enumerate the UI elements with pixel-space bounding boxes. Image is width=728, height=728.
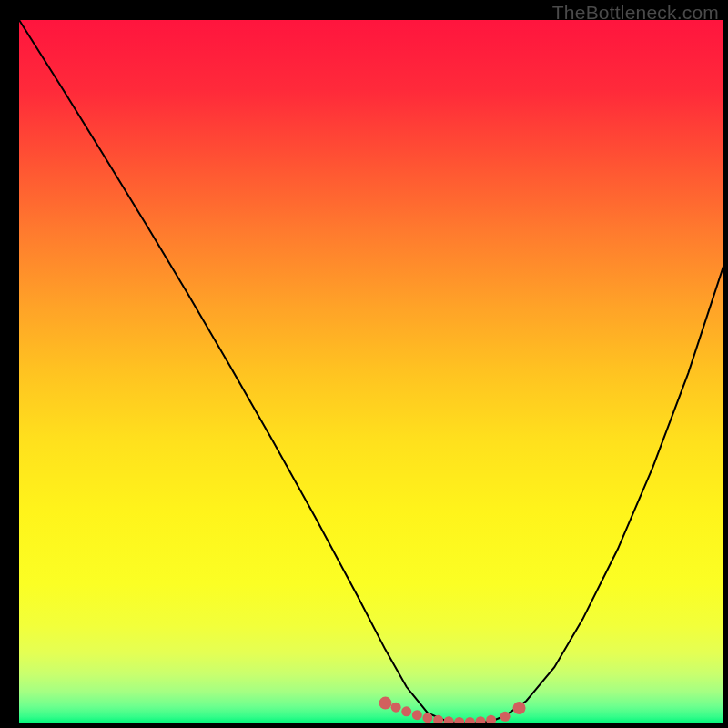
optimal-marker [391, 703, 401, 713]
bottleneck-chart [0, 0, 728, 728]
optimal-marker [401, 706, 411, 716]
optimal-marker [422, 713, 432, 723]
optimal-marker [379, 697, 391, 710]
optimal-marker [433, 715, 443, 725]
optimal-marker [500, 712, 511, 722]
optimal-marker [513, 702, 526, 714]
chart-container: TheBottleneck.com [0, 0, 728, 728]
optimal-marker [486, 715, 496, 725]
watermark-label: TheBottleneck.com [552, 2, 719, 24]
chart-gradient-background [19, 20, 723, 723]
optimal-marker [412, 710, 422, 720]
